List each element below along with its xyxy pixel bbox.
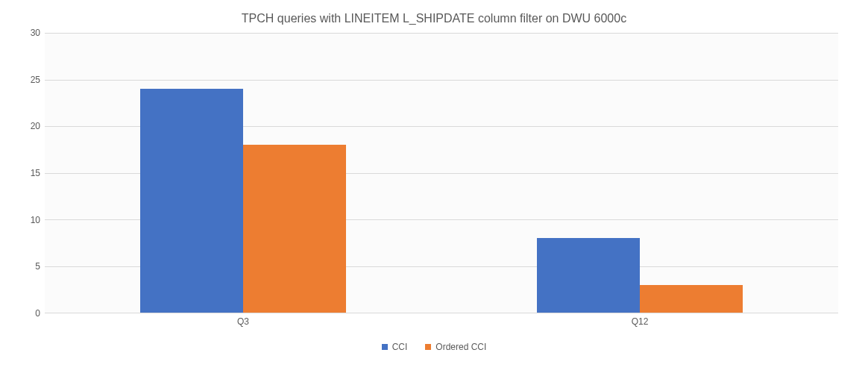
x-tick-label: Q3 [237, 316, 249, 327]
bar-cci-q12 [537, 238, 640, 313]
y-tick-label: 10 [15, 215, 40, 225]
x-tick-label: Q12 [632, 316, 649, 327]
legend-item-cci: CCI [382, 342, 408, 352]
legend-label: Ordered CCI [435, 342, 486, 352]
y-tick-label: 25 [15, 75, 40, 85]
y-tick-label: 20 [15, 121, 40, 131]
bar-ordered-cci-q3 [243, 145, 346, 313]
x-axis-labels: Q3Q12 [45, 316, 838, 331]
y-tick-label: 30 [15, 28, 40, 38]
bar-ordered-cci-q12 [640, 285, 743, 313]
plot-area [45, 33, 838, 313]
chart-container: TPCH queries with LINEITEM L_SHIPDATE co… [0, 0, 868, 385]
legend-swatch [425, 344, 431, 350]
y-axis-ticks: 051015202530 [15, 33, 40, 313]
chart-bars [45, 33, 838, 313]
legend-label: CCI [392, 342, 408, 352]
legend-item-ordered-cci: Ordered CCI [425, 342, 486, 352]
y-tick-label: 0 [15, 308, 40, 319]
plot-frame: 051015202530 Q3Q12 [45, 33, 838, 331]
bar-cci-q3 [140, 89, 243, 313]
chart-title: TPCH queries with LINEITEM L_SHIPDATE co… [15, 12, 853, 25]
legend-swatch [382, 344, 388, 350]
chart-legend: CCIOrdered CCI [15, 342, 853, 352]
y-tick-label: 5 [15, 261, 40, 272]
y-tick-label: 15 [15, 168, 40, 178]
